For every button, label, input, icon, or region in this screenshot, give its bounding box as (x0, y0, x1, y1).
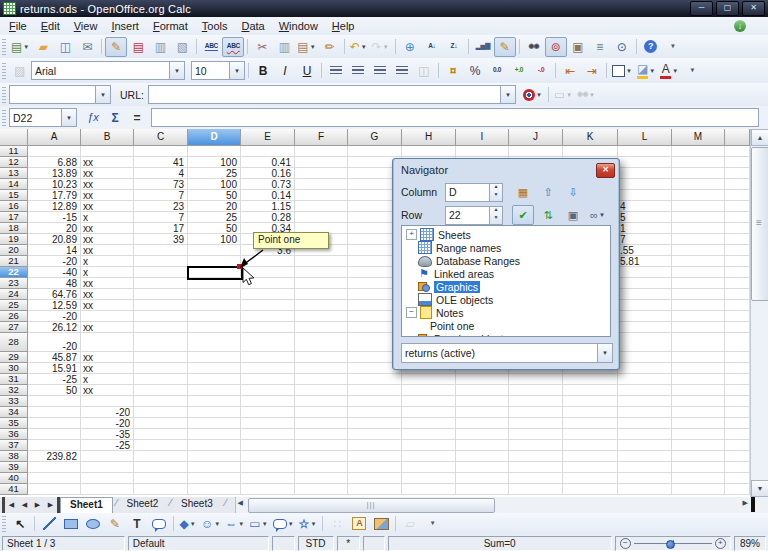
cell-N22[interactable] (725, 267, 750, 278)
column-header-partial[interactable] (725, 129, 750, 146)
rectangle-tool-icon[interactable] (60, 514, 82, 534)
cell-B13[interactable]: xx (81, 168, 134, 179)
align-left-icon[interactable] (325, 61, 347, 81)
document-combo[interactable]: returns (active) ▼ (401, 343, 613, 363)
cell-N29[interactable] (725, 352, 750, 363)
cell-A39[interactable] (28, 462, 81, 473)
chevron-down-icon[interactable]: ▼ (360, 44, 368, 50)
cell-C14[interactable]: 73 (134, 179, 188, 190)
autospellcheck-icon[interactable]: ABC (222, 37, 244, 57)
cell-A29[interactable]: 45.87 (28, 352, 81, 363)
cell-C24[interactable] (134, 289, 188, 300)
insert-chart-icon[interactable]: ▂▅▇ (472, 37, 494, 57)
cell-C38[interactable] (134, 451, 188, 462)
navigator-item-notes[interactable]: −Notes (402, 306, 610, 319)
cell-N26[interactable] (725, 311, 750, 322)
chevron-down-icon[interactable]: ▼ (22, 44, 30, 50)
symbol-shapes-icon[interactable]: ☺▼ (199, 514, 223, 534)
cell-C18[interactable]: 17 (134, 223, 188, 234)
cell-L21[interactable]: 5.81 (618, 256, 672, 267)
cell-D36[interactable] (188, 429, 241, 440)
open-icon[interactable]: ▰ (32, 37, 54, 57)
cell-J38[interactable] (509, 451, 563, 462)
cell-F38[interactable] (295, 451, 348, 462)
cell-I34[interactable] (456, 407, 509, 418)
cell-E21[interactable] (241, 256, 295, 267)
cell-E37[interactable] (241, 440, 295, 451)
cell-C15[interactable]: 7 (134, 190, 188, 201)
cell-D25[interactable] (188, 300, 241, 311)
cell-J11[interactable] (509, 146, 563, 157)
chevron-down-icon[interactable]: ▼ (261, 521, 269, 527)
cell-B34[interactable]: -20 (81, 407, 134, 418)
link-frame-icon[interactable]: ▭▼ (552, 85, 575, 105)
cell-M18[interactable] (672, 223, 725, 234)
cell-H35[interactable] (402, 418, 456, 429)
spelling-icon[interactable]: ABC (200, 37, 222, 57)
sheet-tab-sheet3[interactable]: Sheet3 (172, 497, 222, 513)
cell-L29[interactable] (618, 352, 672, 363)
cell-N31[interactable] (725, 374, 750, 385)
cell-M41[interactable] (672, 484, 725, 495)
cell-M35[interactable] (672, 418, 725, 429)
scroll-up-icon[interactable]: ▲ (751, 129, 768, 146)
cell-A37[interactable] (28, 440, 81, 451)
cell-A36[interactable] (28, 429, 81, 440)
cell-D28[interactable] (188, 333, 241, 352)
spinner-arrows[interactable]: ▲▼ (489, 207, 502, 224)
cell-J36[interactable] (509, 429, 563, 440)
zoom-slider-track[interactable] (634, 539, 712, 548)
cell-B32[interactable]: xx (81, 385, 134, 396)
cell-A20[interactable]: 14 (28, 245, 81, 256)
cell-K11[interactable] (563, 146, 618, 157)
cell-A15[interactable]: 17.79 (28, 190, 81, 201)
cell-E23[interactable] (241, 278, 295, 289)
column-header-D[interactable]: D (188, 129, 241, 146)
cell-E14[interactable]: 0.73 (241, 179, 295, 190)
drawbar-overflow-icon[interactable]: ▾ (421, 514, 443, 534)
horizontal-scrollbar[interactable]: ◀ ||| ▶ (235, 497, 768, 513)
cell-N33[interactable] (725, 396, 750, 407)
cell-L11[interactable] (618, 146, 672, 157)
horizontal-scroll-thumb[interactable]: ||| (248, 498, 495, 513)
cell-N24[interactable] (725, 289, 750, 300)
cell-B38[interactable] (81, 451, 134, 462)
print-icon[interactable]: ▥ (149, 37, 171, 57)
toolbar-grip[interactable] (2, 63, 6, 79)
toolbar1-overflow-icon[interactable]: ▾ (662, 37, 684, 57)
cell-H40[interactable] (402, 473, 456, 484)
menu-file[interactable]: File (2, 18, 34, 35)
chevron-down-icon[interactable]: ▼ (597, 344, 612, 362)
cell-M23[interactable] (672, 278, 725, 289)
cell-K36[interactable] (563, 429, 618, 440)
menu-tools[interactable]: Tools (195, 18, 235, 35)
cell-E31[interactable] (241, 374, 295, 385)
cell-K41[interactable] (563, 484, 618, 495)
name-box[interactable]: D22 ▼ (9, 108, 77, 127)
cell-I11[interactable] (456, 146, 509, 157)
cell-D31[interactable] (188, 374, 241, 385)
cell-E35[interactable] (241, 418, 295, 429)
cell-B17[interactable]: x (81, 212, 134, 223)
cell-B19[interactable]: xx (81, 234, 134, 245)
cell-I32[interactable] (456, 385, 509, 396)
copy-icon[interactable]: ▥ (273, 37, 295, 57)
cell-E36[interactable] (241, 429, 295, 440)
scroll-down-icon[interactable]: ▼ (751, 480, 768, 497)
cell-D29[interactable] (188, 352, 241, 363)
cell-F21[interactable] (295, 256, 348, 267)
cell-I33[interactable] (456, 396, 509, 407)
cell-N21[interactable] (725, 256, 750, 267)
font-color-icon[interactable]: A▼ (658, 61, 681, 81)
sum-icon[interactable]: Σ (104, 108, 126, 128)
menu-format[interactable]: Format (146, 18, 195, 35)
cell-I31[interactable] (456, 374, 509, 385)
toolbar-grip[interactable] (2, 87, 6, 103)
cell-L26[interactable] (618, 311, 672, 322)
cell-H36[interactable] (402, 429, 456, 440)
cell-N30[interactable] (725, 363, 750, 374)
cell-D30[interactable] (188, 363, 241, 374)
borders-icon[interactable]: ▼ (610, 61, 635, 81)
cell-M26[interactable] (672, 311, 725, 322)
cell-E41[interactable] (241, 484, 295, 495)
